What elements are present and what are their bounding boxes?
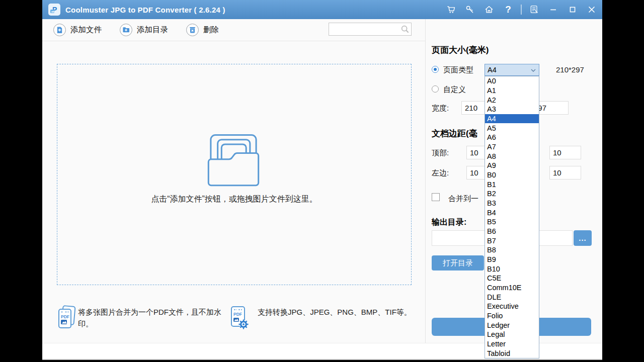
merge-tip-text: 将多张图片合并为一个PDF文件，且不加水印。 (78, 306, 226, 329)
maximize-button[interactable] (566, 3, 579, 16)
drop-zone-hint: 点击“添加文件”按钮，或拖拽图片文件到这里。 (57, 194, 412, 205)
add-file-icon (53, 24, 66, 36)
margin-right-input[interactable] (549, 166, 581, 179)
dropdown-option-legal[interactable]: Legal (485, 330, 539, 339)
width-label: 宽度: (432, 104, 449, 113)
dropdown-option-b8[interactable]: B8 (485, 245, 539, 255)
window-title: Coolmuster JPG to PDF Converter ( 2.6.24… (65, 6, 225, 14)
register-key-icon[interactable] (463, 3, 476, 16)
browse-button[interactable]: ... (574, 230, 592, 246)
add-files-button[interactable]: 添加文件 (53, 24, 102, 36)
dropdown-option-b1[interactable]: B1 (485, 179, 539, 189)
page-type-dropdown: A0A1A2A3A4A5A6A7A8A9B0B1B2B3B4B5B6B7B8B9… (485, 76, 539, 358)
dropdown-option-a7[interactable]: A7 (485, 142, 539, 152)
dropdown-option-a4[interactable]: A4 (485, 114, 539, 124)
sidebar-divider (425, 19, 426, 343)
merge-checkbox[interactable] (432, 193, 440, 201)
help-icon[interactable]: ? (502, 3, 515, 16)
margin-top-label: 顶部: (432, 148, 449, 158)
feedback-icon[interactable] (528, 3, 541, 16)
search-icon (400, 25, 410, 34)
delete-button[interactable]: 删除 (186, 24, 219, 36)
dropdown-option-a6[interactable]: A6 (485, 133, 539, 142)
minimize-button[interactable] (547, 3, 560, 16)
dropdown-option-executive[interactable]: Executive (485, 302, 539, 311)
margin-bottom-input[interactable] (549, 146, 581, 159)
merge-pdf-icon: PDF (58, 305, 76, 330)
add-folder-icon (120, 24, 132, 36)
output-dir-label: 输出目录: (432, 217, 466, 228)
dropdown-option-ledger[interactable]: Ledger (485, 320, 539, 330)
app-window: P Coolmuster JPG to PDF Converter ( 2.6.… (42, 0, 602, 360)
home-icon[interactable] (482, 3, 496, 16)
dropdown-option-a0[interactable]: A0 (485, 76, 539, 86)
add-files-label: 添加文件 (70, 25, 102, 35)
delete-label: 删除 (203, 25, 219, 35)
merge-checkbox-label: 合并到一 (448, 194, 478, 204)
formats-pdf-icon: PDF (230, 305, 249, 330)
dropdown-option-a5[interactable]: A5 (485, 123, 539, 133)
page-size-heading: 页面大小(毫米) (432, 44, 489, 56)
titlebar-controls: ? (438, 0, 598, 19)
custom-size-radio[interactable] (432, 85, 439, 93)
dropdown-option-a8[interactable]: A8 (485, 151, 539, 161)
dropdown-option-dle[interactable]: DLE (485, 292, 539, 302)
dropdown-option-comm10e[interactable]: Comm10E (485, 283, 539, 293)
margin-left-label: 左边: (432, 168, 449, 178)
svg-text:PDF: PDF (61, 314, 69, 319)
open-folder-icon (204, 133, 263, 187)
page-type-label: 页面类型 (443, 65, 473, 75)
open-directory-button[interactable]: 打开目录 (432, 255, 484, 270)
dropdown-option-b4[interactable]: B4 (485, 208, 539, 217)
dropdown-option-b9[interactable]: B9 (485, 255, 539, 264)
page-type-value: A4 (488, 66, 497, 74)
dropdown-option-a9[interactable]: A9 (485, 161, 539, 170)
titlebar-separator (521, 5, 522, 15)
toolbar: 添加文件 添加目录 删除 (42, 19, 425, 41)
delete-icon (186, 24, 199, 36)
search-input[interactable] (329, 23, 411, 35)
dropdown-option-a3[interactable]: A3 (485, 105, 539, 114)
page-type-radio[interactable] (432, 66, 439, 73)
close-button[interactable] (585, 3, 598, 16)
dropdown-option-a1[interactable]: A1 (485, 86, 539, 96)
add-folder-label: 添加目录 (137, 25, 168, 35)
margins-heading: 文档边距(毫 (432, 128, 477, 139)
dropdown-option-b7[interactable]: B7 (485, 236, 539, 245)
chevron-down-icon (531, 69, 536, 72)
dropdown-option-b10[interactable]: B10 (485, 264, 539, 274)
custom-size-label: 自定义 (443, 85, 466, 95)
gear-icon (239, 320, 249, 329)
dropdown-option-b5[interactable]: B5 (485, 217, 539, 227)
dropdown-option-b6[interactable]: B6 (485, 227, 539, 236)
page-dimensions-text: 210*297 (556, 65, 584, 74)
formats-tip-text: 支持转换JPG、JPEG、PNG、BMP、TIF等。 (258, 306, 415, 318)
dropdown-option-b0[interactable]: B0 (485, 170, 539, 180)
titlebar[interactable]: P Coolmuster JPG to PDF Converter ( 2.6.… (42, 0, 602, 19)
add-folder-button[interactable]: 添加目录 (120, 24, 168, 36)
dropdown-option-folio[interactable]: Folio (485, 311, 539, 321)
dropdown-option-c5e[interactable]: C5E (485, 274, 539, 283)
dropdown-option-b2[interactable]: B2 (485, 189, 539, 199)
dropdown-option-b3[interactable]: B3 (485, 199, 539, 208)
dropdown-option-a2[interactable]: A2 (485, 95, 539, 105)
app-logo-icon: P (48, 4, 60, 16)
cart-icon[interactable] (444, 3, 457, 16)
search-box (329, 23, 412, 36)
dropdown-option-tabloid[interactable]: Tabloid (485, 348, 539, 358)
svg-text:PDF: PDF (233, 312, 242, 317)
page-type-select[interactable]: A4 (485, 64, 539, 76)
dropdown-option-letter[interactable]: Letter (485, 339, 539, 349)
